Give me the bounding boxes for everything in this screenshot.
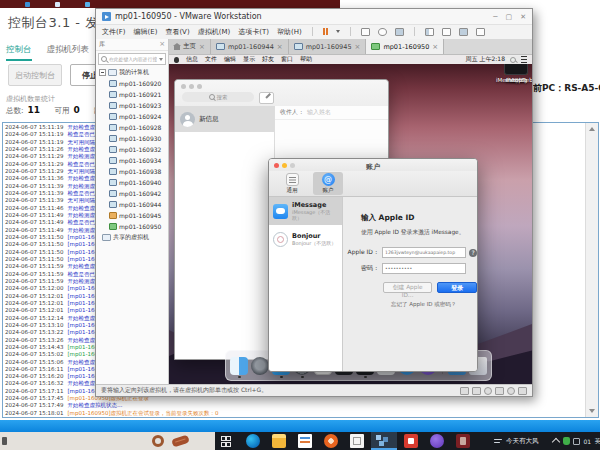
orange-app-icon[interactable] xyxy=(324,434,338,448)
spotlight-icon[interactable] xyxy=(510,57,516,63)
vm-display[interactable]: 信息文件编辑显示好友窗口帮助 周五 上午2:18 MACOS xyxy=(169,55,532,384)
menu-item[interactable]: 查看(V) xyxy=(165,27,189,37)
vmware-titlebar[interactable]: mp01-160950 - VMware Workstation ─ ▢ ✕ xyxy=(96,9,532,25)
dark-red-app-icon[interactable] xyxy=(456,434,470,448)
vm-list-item[interactable]: mp01-160945 xyxy=(96,210,168,221)
scroll-down-arrow-icon[interactable] xyxy=(589,409,595,413)
red-app-icon[interactable] xyxy=(404,434,418,448)
vm-list-item[interactable]: mp01-160930 xyxy=(96,133,168,144)
power-dropdown-caret[interactable] xyxy=(336,30,340,33)
tree-shared-vms[interactable]: 共享的虚拟机 xyxy=(96,232,168,243)
show-library-button[interactable] xyxy=(425,28,434,36)
purple-remote-app-icon[interactable] xyxy=(430,434,444,448)
appleid-help-icon[interactable] xyxy=(469,249,477,257)
menubar-clock[interactable]: 周五 上午2:18 xyxy=(466,55,505,64)
compose-message-button[interactable] xyxy=(259,92,274,104)
sound-icon[interactable] xyxy=(507,387,515,395)
macos-menu-item[interactable]: 好友 xyxy=(262,55,274,64)
maximize-button[interactable]: ▢ xyxy=(506,13,513,21)
macos-menu-item[interactable]: 编辑 xyxy=(224,55,236,64)
restore-window-icon[interactable] xyxy=(518,387,527,395)
close-traffic-light[interactable] xyxy=(181,84,186,89)
forgot-appleid-link[interactable]: 忘记了 Apple ID 或密码？ xyxy=(391,301,477,308)
usb-device-icon[interactable] xyxy=(495,387,504,395)
network-adapter-icon[interactable] xyxy=(484,387,492,395)
edge-icon[interactable] xyxy=(246,434,260,448)
pause-vm-button[interactable] xyxy=(323,28,329,35)
tray-expand-icon[interactable] xyxy=(552,438,560,446)
vm-search-input[interactable]: 在此处键入内容进行搜索 xyxy=(98,53,166,65)
vm-list-item[interactable]: mp01-160938 xyxy=(96,166,168,177)
scroll-up-arrow-icon[interactable] xyxy=(589,127,595,131)
tree-collapse-icon[interactable] xyxy=(99,69,106,76)
vmware-tab[interactable]: mp01-160945 xyxy=(289,39,367,54)
notification-center-icon[interactable] xyxy=(521,56,527,63)
vm-list-item[interactable]: mp01-160944 xyxy=(96,199,168,210)
vmware-tab[interactable]: 主页 xyxy=(169,39,211,54)
to-field[interactable]: 收件人： 输入姓名 xyxy=(275,106,388,120)
dock-icon[interactable] xyxy=(230,357,248,375)
weather-widget[interactable]: 今天有大风 xyxy=(494,432,539,450)
account-list-item[interactable]: Bonjour Bonjour（不活跃） xyxy=(269,225,342,253)
create-appleid-button[interactable]: 创建 Apple ID… xyxy=(383,282,432,293)
menu-item[interactable]: 帮助(H) xyxy=(277,27,302,37)
vm-list-item[interactable]: mp01-160928 xyxy=(96,122,168,133)
macos-menu-item[interactable]: 帮助 xyxy=(300,55,312,64)
input-language-indicator[interactable]: 英 xyxy=(595,437,600,446)
accounts-titlebar[interactable]: 账户 xyxy=(269,159,477,171)
macos-menu-item[interactable]: 窗口 xyxy=(281,55,293,64)
fullscreen-button[interactable] xyxy=(459,28,468,36)
tab-close-icon[interactable] xyxy=(432,43,438,51)
vm-list-item[interactable]: mp01-160950 xyxy=(96,221,168,232)
donut-icon[interactable] xyxy=(152,435,164,447)
macos-menu-item[interactable]: 文件 xyxy=(205,55,217,64)
vm-list-item[interactable]: mp01-160920 xyxy=(96,78,168,89)
snapshot-clock-button[interactable] xyxy=(378,28,387,36)
vmware-taskbar-icon[interactable] xyxy=(371,432,397,450)
tree-root-my-computer[interactable]: 我的计算机 xyxy=(96,67,168,78)
tab-close-icon[interactable] xyxy=(355,43,361,51)
tab-close-icon[interactable] xyxy=(277,43,283,51)
vm-list-item[interactable]: mp01-160921 xyxy=(96,89,168,100)
vm-list-item[interactable]: mp01-160942 xyxy=(96,188,168,199)
security-shield-icon[interactable] xyxy=(563,437,570,445)
messages-search-input[interactable]: 搜索 xyxy=(182,92,254,102)
minimize-traffic-light[interactable] xyxy=(189,84,194,89)
vmware-tab[interactable]: mp01-160950 xyxy=(366,39,444,54)
password-field[interactable]: •••••••••• xyxy=(382,263,466,274)
appleid-field[interactable]: 1263jvwteyn@uukaapaiep.top xyxy=(382,247,466,258)
cd-rom-icon[interactable] xyxy=(472,387,481,395)
file-explorer-icon[interactable] xyxy=(272,434,286,448)
preferences-toolbar-item[interactable]: 通用 xyxy=(277,172,307,195)
thumbnail-bar-button[interactable] xyxy=(442,28,451,36)
menu-item[interactable]: 编辑(E) xyxy=(134,27,158,37)
start-button[interactable] xyxy=(221,436,231,446)
close-library-icon[interactable]: × xyxy=(159,41,165,48)
console-tab[interactable]: 虚拟机列表 xyxy=(47,44,90,61)
vm-list-item[interactable]: mp01-160924 xyxy=(96,111,168,122)
sausage-icon[interactable] xyxy=(171,435,190,448)
take-snapshot-button[interactable] xyxy=(395,28,404,36)
menu-item[interactable]: 虚拟机(M) xyxy=(198,27,231,37)
start-console-button[interactable]: 启动控制台 xyxy=(8,64,62,86)
macos-menu-item[interactable]: 显示 xyxy=(243,55,255,64)
preferences-toolbar-item[interactable]: 账户 xyxy=(313,172,343,195)
vmware-tab[interactable]: mp01-160944 xyxy=(211,39,289,54)
white-app-icon[interactable] xyxy=(350,434,364,448)
account-list-item[interactable]: iMessage iMessage（不活跃） xyxy=(269,197,342,225)
vm-list-item[interactable]: mp01-160934 xyxy=(96,155,168,166)
vm-list-item[interactable]: mp01-160923 xyxy=(96,100,168,111)
search-options-caret[interactable] xyxy=(159,58,163,61)
tray-network-icon[interactable] xyxy=(573,438,580,445)
close-button[interactable]: ✕ xyxy=(520,13,526,21)
macos-menu-item[interactable]: 信息 xyxy=(186,55,198,64)
vm-list-item[interactable]: mp01-160940 xyxy=(96,177,168,188)
conversation-item[interactable]: 新信息 xyxy=(175,106,274,132)
messages-titlebar[interactable]: 搜索 xyxy=(175,80,388,107)
minimize-button[interactable]: ─ xyxy=(493,13,497,21)
hard-disk-icon[interactable] xyxy=(460,387,469,395)
console-tab[interactable]: 控制台 xyxy=(6,44,32,61)
document-app-icon[interactable] xyxy=(298,434,312,448)
tab-close-icon[interactable] xyxy=(199,43,205,51)
menu-item[interactable]: 文件(F) xyxy=(102,27,126,37)
